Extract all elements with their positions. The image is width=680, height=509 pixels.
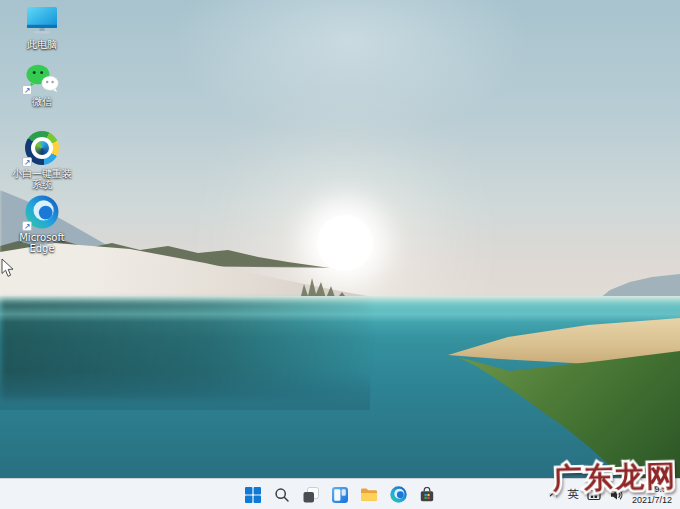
- label-line-1: Microsoft: [19, 232, 65, 243]
- widgets-button[interactable]: [328, 483, 352, 507]
- wallpaper-sun: [317, 215, 373, 271]
- edge-button[interactable]: [386, 483, 410, 507]
- taskbar: 英 9:57 2021/7/12: [0, 478, 680, 509]
- desktop-icon-edge[interactable]: ↗ Microsoft Edge: [2, 193, 82, 254]
- desktop-screen: 此电脑 ↗ 微信 ↗ 小白一键重装 系统: [0, 0, 680, 509]
- edge-icon: [390, 486, 407, 503]
- store-button[interactable]: [415, 483, 439, 507]
- taskbar-clock[interactable]: 9:57 2021/7/12: [628, 482, 678, 508]
- desktop-icon-xiaobai[interactable]: ↗ 小白一键重装 系统: [2, 129, 82, 190]
- wallpaper-lake-sheen: [0, 306, 680, 322]
- task-view-button[interactable]: [299, 483, 323, 507]
- shortcut-arrow-icon: ↗: [22, 157, 32, 167]
- label-line-2: 系统: [32, 179, 52, 190]
- system-tray: 英 9:57 2021/7/12: [545, 479, 678, 509]
- volume-button[interactable]: [606, 482, 626, 508]
- shortcut-arrow-icon: ↗: [22, 85, 32, 95]
- search-button[interactable]: [270, 483, 294, 507]
- file-explorer-button[interactable]: [357, 483, 381, 507]
- windows-start-icon: [245, 487, 261, 503]
- desktop-icon-label: Microsoft Edge: [19, 232, 65, 254]
- file-explorer-icon: [360, 487, 378, 502]
- desktop-icon-this-pc[interactable]: 此电脑: [2, 4, 82, 50]
- label-line-2: Edge: [29, 243, 54, 254]
- label-line-1: 小白一键重装: [12, 168, 72, 179]
- desktop-icon-label: 小白一键重装 系统: [12, 168, 72, 190]
- taskbar-center-icons: [241, 479, 439, 509]
- clock-date: 2021/7/12: [632, 495, 672, 506]
- widgets-icon: [332, 487, 348, 503]
- ime-indicator[interactable]: 英: [564, 482, 582, 508]
- volume-icon: [609, 488, 623, 502]
- network-icon: [587, 488, 601, 502]
- desktop-icon-label: 此电脑: [27, 39, 57, 50]
- clock-time: 9:57: [654, 484, 672, 495]
- shortcut-arrow-icon: ↗: [22, 221, 32, 231]
- store-icon: [419, 487, 435, 503]
- this-pc-icon: [24, 6, 60, 36]
- start-button[interactable]: [241, 483, 265, 507]
- search-icon: [274, 487, 290, 503]
- hidden-icons-button[interactable]: [545, 482, 562, 508]
- chevron-up-icon: [548, 489, 559, 500]
- desktop-icon-label: 微信: [32, 96, 52, 107]
- task-view-icon: [303, 487, 319, 503]
- desktop-icon-wechat[interactable]: ↗ 微信: [2, 61, 82, 107]
- network-button[interactable]: [584, 482, 604, 508]
- mouse-cursor: [1, 258, 15, 278]
